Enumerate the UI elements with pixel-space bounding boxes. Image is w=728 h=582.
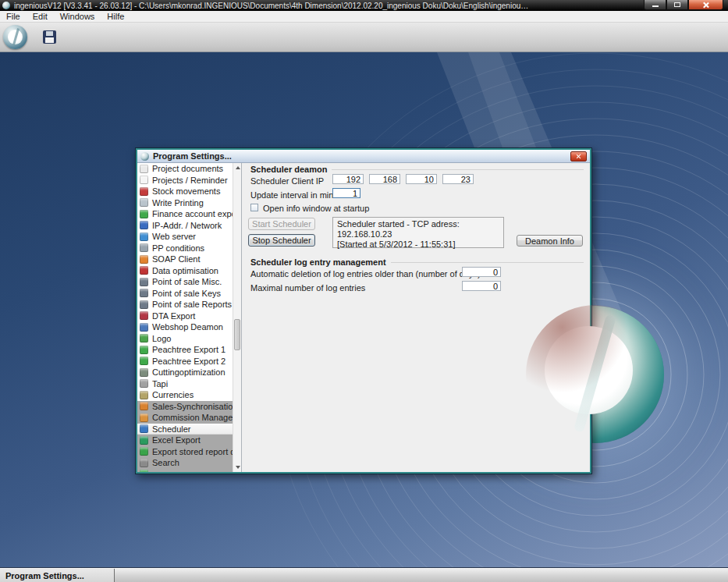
arrow-up-icon xyxy=(236,166,240,169)
ip-octet-1-input[interactable] xyxy=(332,174,364,184)
recycle-arrows-icon xyxy=(140,210,148,218)
scroll-down-button[interactable] xyxy=(233,463,242,472)
ingenious-logo-icon[interactable] xyxy=(3,25,27,49)
dialog-body: Project documentsProjects / ReminderStoc… xyxy=(137,163,590,472)
settings-list: Project documentsProjects / ReminderStoc… xyxy=(137,163,233,472)
sidebar-item-webshop-deamon[interactable]: Webshop Deamon xyxy=(137,321,233,333)
ip-octet-3-input[interactable] xyxy=(406,174,437,184)
save-button[interactable] xyxy=(43,30,56,44)
sidebar-item-currencies[interactable]: Currencies xyxy=(137,389,233,401)
window-controls xyxy=(644,0,723,10)
dialog-icon xyxy=(140,152,149,161)
sidebar-item-label: DTA Export xyxy=(152,311,195,321)
sidebar-item-export-stored-report-data[interactable]: Export stored report data xyxy=(137,446,233,458)
dta-book-icon xyxy=(140,311,148,320)
arrow-down-icon xyxy=(236,466,240,469)
auto-delete-input[interactable] xyxy=(462,267,501,277)
sidebar-item-search[interactable]: Search xyxy=(137,457,233,469)
scroll-up-button[interactable] xyxy=(233,163,242,172)
cash-register-icon xyxy=(140,289,148,297)
sidebar-item-label: Export stored report data xyxy=(152,447,233,456)
taskbar-item-program-settings[interactable]: Program Settings... xyxy=(0,569,115,582)
sidebar-item-project-documents[interactable]: Project documents xyxy=(137,163,233,175)
sidebar-item-projects-reminder[interactable]: Projects / Reminder xyxy=(137,175,233,186)
dialog-title: Program Settings... xyxy=(153,151,232,161)
menu-edit[interactable]: Edit xyxy=(27,11,54,23)
close-window-button[interactable] xyxy=(688,0,723,10)
sidebar-item-peachtree-export-2[interactable]: Peachtree Export 2 xyxy=(137,356,233,367)
menu-windows[interactable]: Windows xyxy=(54,11,101,23)
cash-register-icon xyxy=(140,300,148,309)
update-interval-input[interactable] xyxy=(332,188,360,198)
partial-item[interactable] xyxy=(137,469,233,473)
dialog-frame: Program Settings... Project documentsPro… xyxy=(136,148,591,474)
minimize-button[interactable] xyxy=(644,0,666,10)
sidebar-item-peachtree-export-1[interactable]: Peachtree Export 1 xyxy=(137,344,233,356)
start-scheduler-button[interactable]: Start Scheduler xyxy=(248,218,315,230)
sidebar-item-logo[interactable]: Logo xyxy=(137,333,233,345)
sidebar-item-label: Sales-Synchronisation xyxy=(152,402,233,411)
sidebar-item-label: Point of sale Reports xyxy=(152,300,232,309)
dialog-titlebar[interactable]: Program Settings... xyxy=(137,150,590,163)
sidebar-item-finance-account-export[interactable]: Finance account export xyxy=(137,208,233,220)
minimize-icon xyxy=(652,5,659,7)
client-ip-label: Scheduler Client IP xyxy=(250,176,324,186)
stop-scheduler-button[interactable]: Stop Scheduler xyxy=(248,234,315,247)
sphere-rim xyxy=(526,305,665,444)
sidebar-item-label: IP-Addr. / Network xyxy=(152,221,222,230)
max-entries-input[interactable] xyxy=(462,281,501,291)
settings-sidebar: Project documentsProjects / ReminderStoc… xyxy=(137,163,242,472)
menu-hilfe[interactable]: Hilfe xyxy=(101,11,130,23)
ingenious-sphere-logo xyxy=(527,306,664,443)
sidebar-item-sales-synchronisation[interactable]: Sales-Synchronisation xyxy=(137,401,233,413)
sidebar-item-dta-export[interactable]: DTA Export xyxy=(137,311,233,322)
ip-octet-2-input[interactable] xyxy=(369,174,400,184)
program-settings-dialog: Program Settings... Project documentsPro… xyxy=(135,147,592,474)
sidebar-item-web-server[interactable]: Web server xyxy=(137,231,233,243)
open-info-window-checkbox[interactable] xyxy=(250,204,258,211)
excel-icon xyxy=(140,436,148,445)
cash-register-icon xyxy=(140,278,148,286)
sidebar-item-ip-addr-network[interactable]: IP-Addr. / Network xyxy=(137,220,233,232)
sidebar-item-data-optimisation[interactable]: Data optimisation xyxy=(137,265,233,277)
export-icon xyxy=(140,470,148,472)
report-export-icon xyxy=(140,447,148,456)
maximize-button[interactable] xyxy=(666,0,688,10)
max-entries-label: Maximal number of log entries xyxy=(250,283,365,293)
scheduler-panel: Scheduler deamon Scheduler Client IP Upd… xyxy=(242,163,590,472)
app-logo-icon xyxy=(2,2,10,9)
menu-file[interactable]: File xyxy=(0,11,27,23)
sidebar-item-commission-management[interactable]: Commission Management xyxy=(137,412,233,424)
sidebar-item-scheduler[interactable]: Scheduler xyxy=(137,424,233,435)
binoculars-icon xyxy=(140,459,148,467)
close-icon xyxy=(702,2,709,9)
sidebar-item-label: Cuttingoptimization xyxy=(152,367,226,377)
dialog-close-button[interactable] xyxy=(570,151,587,161)
document-icon xyxy=(140,165,148,173)
sidebar-item-point-of-sale-keys[interactable]: Point of sale Keys xyxy=(137,288,233,300)
ip-octet-4-input[interactable] xyxy=(442,174,474,184)
status-line-2: [Started at 5/3/2012 - 11:55:31] xyxy=(337,240,499,250)
daemon-info-button[interactable]: Deamon Info xyxy=(517,235,583,247)
sidebar-item-label: SOAP Client xyxy=(152,254,201,264)
phone-icon xyxy=(140,379,148,388)
sidebar-item-tapi[interactable]: Tapi xyxy=(137,378,233,390)
sidebar-scrollbar[interactable] xyxy=(233,163,241,472)
clock-icon xyxy=(140,424,148,433)
stock-box-icon xyxy=(140,187,148,196)
sidebar-item-soap-client[interactable]: SOAP Client xyxy=(137,254,233,265)
sidebar-item-stock-movements[interactable]: Stock movements xyxy=(137,186,233,197)
sidebar-item-excel-export[interactable]: Excel Export xyxy=(137,435,233,446)
sidebar-item-point-of-sale-reports[interactable]: Point of sale Reports xyxy=(137,299,233,311)
sidebar-item-pp-conditions[interactable]: PP conditions xyxy=(137,243,233,254)
section-header-log: Scheduler log entry management xyxy=(250,257,584,267)
menubar: File Edit Windows Hilfe xyxy=(0,11,728,23)
sidebar-item-label: Point of sale Keys xyxy=(152,289,221,298)
sidebar-item-label: Point of sale Misc. xyxy=(152,277,222,286)
page-icon xyxy=(140,176,148,184)
sidebar-item-write-printing[interactable]: Write Printing xyxy=(137,197,233,209)
maximize-icon xyxy=(674,2,680,7)
sidebar-item-point-of-sale-misc[interactable]: Point of sale Misc. xyxy=(137,276,233,288)
sidebar-item-cuttingoptimization[interactable]: Cuttingoptimization xyxy=(137,367,233,378)
scrollbar-thumb[interactable] xyxy=(234,319,240,350)
